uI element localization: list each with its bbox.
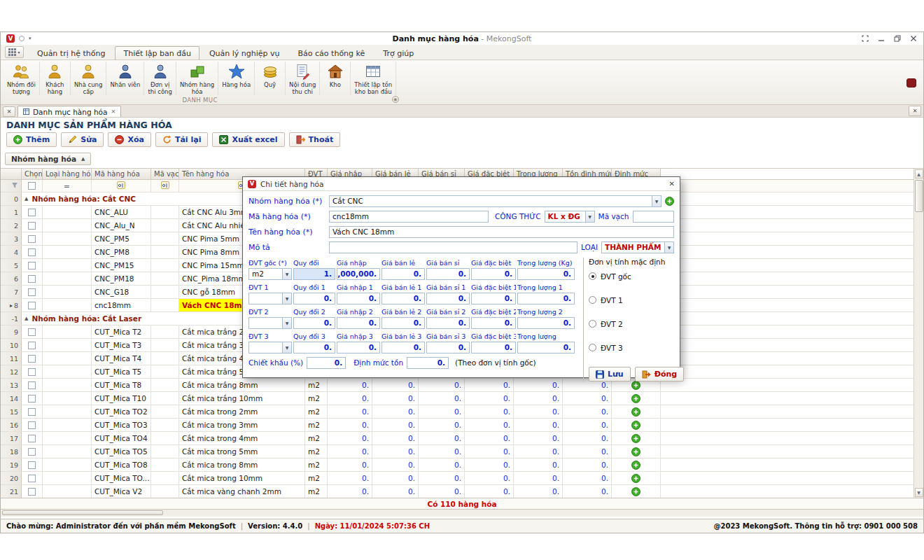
restore-icon[interactable] — [893, 34, 902, 43]
save-button[interactable]: Lưu — [589, 367, 631, 382]
unit-price-input[interactable]: 0. — [382, 342, 425, 354]
add-norm-button[interactable] — [631, 474, 640, 483]
row-checkbox[interactable] — [28, 395, 36, 402]
close-tab-left-button[interactable]: ✕ — [3, 106, 15, 117]
add-norm-button[interactable] — [631, 394, 640, 403]
add-norm-button[interactable] — [631, 447, 640, 456]
radio-icon[interactable] — [589, 344, 596, 351]
unit-combo-2[interactable]: ▼ — [248, 317, 292, 329]
unit-price-input[interactable]: 0. — [471, 268, 516, 280]
dropdown-arrow-icon[interactable]: ▼ — [664, 242, 673, 253]
ribbon-item-customer[interactable]: Khách hàng — [40, 62, 71, 95]
column-header-vach[interactable]: Mã vạch — [151, 169, 179, 179]
unit-price-input[interactable]: 1. — [293, 268, 335, 280]
dialog-close-icon[interactable]: ✕ — [669, 181, 675, 188]
code-input[interactable]: cnc18mm — [329, 211, 489, 223]
unit-price-input[interactable]: 0. — [293, 293, 335, 304]
fullscreen-icon[interactable] — [861, 34, 869, 43]
edit-button[interactable]: Sửa — [61, 132, 104, 147]
menu-tab-4[interactable]: Trợ giúp — [374, 46, 422, 59]
table-row[interactable]: 16CUT_Mica TO3Cắt mica trong 3mmm20.0.0.… — [1, 419, 913, 432]
radio-icon[interactable] — [589, 320, 596, 328]
column-header-ma[interactable]: Mã hàng hóa — [92, 169, 151, 179]
group-by-button[interactable]: Nhóm hàng hóa ▲ — [5, 153, 91, 165]
filter-cell-ma[interactable] — [92, 180, 151, 192]
default-unit-option-0[interactable]: ĐVT gốc — [589, 272, 684, 281]
dropdown-arrow-icon[interactable]: ▼ — [282, 342, 291, 353]
unit-price-input[interactable]: 0. — [293, 317, 335, 329]
row-checkbox[interactable] — [28, 408, 36, 416]
unit-price-input[interactable]: 0. — [517, 293, 575, 304]
radio-icon[interactable] — [589, 296, 596, 304]
name-input[interactable]: Vách CNC 18mm — [329, 226, 674, 238]
desc-input[interactable] — [329, 241, 578, 253]
delete-button[interactable]: Xóa — [108, 132, 150, 147]
row-checkbox[interactable] — [28, 488, 36, 496]
close-dialog-button[interactable]: Đóng — [635, 367, 684, 382]
unit-price-input[interactable]: 1,000,000. — [337, 268, 380, 280]
close-icon[interactable] — [909, 34, 918, 43]
group-expand-icon[interactable]: ▲ — [24, 316, 28, 321]
table-row[interactable]: 20CUT_Mica TO...Cắt mica trong 10mmm20.0… — [1, 472, 913, 485]
table-row[interactable]: 21CUT_Mica V2Cắt mica vàng chanh 2mmm20.… — [1, 485, 913, 498]
table-row[interactable]: 17CUT_Mica TO4Cắt mica trong 4mmm20.0.0.… — [1, 432, 913, 445]
dropdown-arrow-icon[interactable]: ▼ — [282, 269, 291, 279]
tab-danh-muc-hang-hoa[interactable]: Danh mục hàng hóa ✕ — [18, 106, 121, 117]
exit-button[interactable]: Thoát — [289, 132, 341, 147]
unit-price-input[interactable]: 0. — [382, 293, 425, 304]
add-norm-button[interactable] — [631, 461, 640, 470]
scroll-down-icon[interactable]: ▼ — [915, 488, 923, 497]
menu-tab-0[interactable]: Quản trị hệ thống — [29, 46, 113, 59]
discount-input[interactable]: 0. — [307, 357, 346, 369]
filter-checkbox[interactable] — [28, 182, 36, 190]
quick-access-icon[interactable] — [19, 36, 24, 41]
dropdown-arrow-icon[interactable]: ▼ — [282, 293, 291, 304]
filter-cell-loai[interactable]: = — [43, 180, 92, 192]
unit-price-input[interactable]: 0. — [382, 268, 425, 280]
dropdown-arrow-icon[interactable]: ▼ — [585, 211, 594, 222]
add-norm-button[interactable] — [631, 434, 640, 443]
vertical-scrollbar[interactable]: ▲ ▼ — [913, 169, 923, 498]
unit-price-input[interactable]: 0. — [426, 293, 470, 304]
group-expand-icon[interactable]: ▲ — [24, 196, 28, 202]
unit-price-input[interactable]: 0. — [517, 342, 575, 354]
table-row[interactable]: 19CUT_Mica TO8Cắt mica trong 8mmm20.0.0.… — [1, 458, 913, 472]
row-checkbox[interactable] — [28, 421, 36, 429]
close-tab-right-button[interactable]: ✕ — [909, 106, 921, 116]
row-checkbox[interactable] — [28, 461, 36, 469]
row-checkbox[interactable] — [28, 328, 36, 336]
unit-price-input[interactable]: 0. — [426, 317, 470, 329]
row-checkbox[interactable] — [28, 302, 36, 309]
ribbon-group-options-icon[interactable]: ◉ — [392, 96, 399, 103]
add-group-button[interactable] — [665, 197, 674, 206]
minimize-icon[interactable] — [877, 34, 886, 43]
ribbon-item-warehouse[interactable]: Kho — [320, 62, 351, 95]
unit-combo-0[interactable]: m2▼ — [248, 268, 292, 280]
unit-price-input[interactable]: 0. — [426, 342, 470, 354]
default-unit-option-3[interactable]: ĐVT 3 — [589, 343, 684, 352]
unit-price-input[interactable]: 0. — [426, 268, 470, 280]
scroll-up-icon[interactable]: ▲ — [915, 169, 923, 178]
unit-price-input[interactable]: 0. — [517, 268, 575, 280]
formula-combo[interactable]: KL x ĐG ▼ — [545, 211, 595, 223]
add-norm-button[interactable] — [631, 407, 640, 416]
unit-price-input[interactable]: 0. — [517, 317, 575, 329]
column-header-rownum[interactable] — [1, 169, 22, 179]
app-logo-icon[interactable]: V — [6, 34, 15, 43]
tab-close-icon[interactable]: ✕ — [111, 108, 115, 115]
reload-button[interactable]: Tải lại — [155, 132, 209, 147]
row-checkbox[interactable] — [28, 248, 36, 256]
unit-price-input[interactable]: 0. — [337, 317, 380, 329]
dropdown-arrow-icon[interactable]: ▼ — [652, 196, 661, 206]
filter-cell-chon[interactable] — [22, 180, 43, 192]
unit-combo-1[interactable]: ▼ — [248, 293, 292, 304]
add-norm-button[interactable] — [631, 487, 640, 496]
default-unit-option-2[interactable]: ĐVT 2 — [589, 319, 684, 328]
unit-price-input[interactable]: 0. — [471, 317, 516, 329]
ribbon-item-product[interactable]: Hàng hóa — [218, 62, 255, 95]
row-checkbox[interactable] — [28, 222, 36, 230]
row-checkbox[interactable] — [28, 275, 36, 283]
row-checkbox[interactable] — [28, 355, 36, 363]
stock-norm-input[interactable]: 0. — [407, 357, 449, 369]
ribbon-item-product-group[interactable]: Nhóm hàng hóa — [176, 62, 218, 95]
